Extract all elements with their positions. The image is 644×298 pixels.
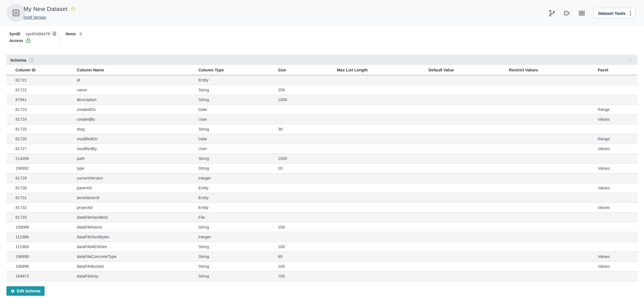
table-cell: User <box>195 144 275 153</box>
table-row: 81732projectIdEntityValues <box>6 202 638 212</box>
table-cell: modifiedOn <box>73 134 195 144</box>
table-cell <box>275 114 333 124</box>
table-cell <box>333 202 425 212</box>
page-title: My New Dataset <box>24 6 68 12</box>
table-cell: 700 <box>275 271 333 281</box>
table-cell <box>275 202 333 212</box>
column-header: Column Name <box>73 65 195 75</box>
table-cell <box>425 271 506 281</box>
table-row: 81731benefactorIdEntity <box>6 193 638 202</box>
table-cell: 81726 <box>6 134 73 144</box>
edit-schema-button[interactable]: Edit Schema <box>6 286 45 296</box>
top-bar: My New Dataset Draft Version <box>0 0 644 26</box>
table-cell <box>594 75 638 85</box>
table-cell: 36 <box>275 124 333 134</box>
table-cell: path <box>73 153 195 163</box>
table-cell <box>425 75 506 85</box>
table-cell: File <box>195 212 275 222</box>
table-cell <box>333 193 425 202</box>
table-cell <box>275 104 333 114</box>
table-cell: currentVersion <box>73 173 195 183</box>
version-history-icon[interactable] <box>548 10 556 17</box>
table-cell <box>506 163 594 173</box>
table-cell: 81731 <box>6 193 73 202</box>
table-cell: dataFileSizeBytes <box>73 232 195 242</box>
table-cell <box>506 232 594 242</box>
table-cell <box>425 183 506 193</box>
synid-label: SynID <box>9 32 20 36</box>
tag-icon[interactable] <box>563 10 571 17</box>
table-cell <box>425 193 506 202</box>
table-cell: dataFileMD5Hex <box>73 242 195 252</box>
meta-strip: SynID syn65484476 Access Items 0 <box>0 26 644 55</box>
table-cell: dataFileHandleId <box>73 212 195 222</box>
table-cell <box>333 212 425 222</box>
table-cell <box>333 271 425 281</box>
table-row: 87941descriptionString1000 <box>6 95 638 104</box>
table-cell: 112369 <box>6 242 73 252</box>
table-cell: 81723 <box>6 104 73 114</box>
table-cell: String <box>195 124 275 134</box>
table-cell: 81721 <box>6 75 73 85</box>
table-cell: Values <box>594 202 638 212</box>
star-icon[interactable] <box>70 6 76 12</box>
help-icon[interactable]: ? <box>29 57 34 62</box>
table-row: 184972dataFileKeyString700 <box>6 271 638 281</box>
table-cell: Values <box>594 261 638 271</box>
table-cell <box>275 183 333 193</box>
table-cell: 81730 <box>6 183 73 193</box>
copy-icon[interactable] <box>52 31 57 36</box>
columns-icon[interactable] <box>578 10 585 17</box>
table-cell: etag <box>73 124 195 134</box>
table-cell: dataFileName <box>73 222 195 232</box>
schema-header-bar: Schema ? <box>6 55 638 65</box>
table-row: 81721idEntity <box>6 75 638 85</box>
unlocked-padlock-icon[interactable] <box>26 38 31 43</box>
table-cell <box>425 261 506 271</box>
table-cell <box>594 85 638 95</box>
table-cell <box>594 232 638 242</box>
dataset-tools-button[interactable]: Dataset Tools <box>593 8 636 18</box>
table-cell <box>506 85 594 95</box>
gear-icon <box>11 289 15 293</box>
table-cell <box>594 193 638 202</box>
table-cell <box>594 242 638 252</box>
table-cell <box>425 252 506 261</box>
table-cell <box>333 95 425 104</box>
table-cell: 87941 <box>6 95 73 104</box>
table-cell <box>506 252 594 261</box>
table-cell: String <box>195 163 275 173</box>
column-header: Size <box>275 65 333 75</box>
table-cell: projectId <box>73 202 195 212</box>
column-header: Default Value <box>425 65 506 75</box>
table-cell: 81727 <box>6 144 73 153</box>
draft-version-link[interactable]: Draft Version <box>24 15 46 20</box>
table-row: 81727modifiedByUserValues <box>6 144 638 153</box>
table-row: 81725etagString36 <box>6 124 638 134</box>
table-cell: String <box>195 252 275 261</box>
table-cell <box>506 134 594 144</box>
table-cell: 81722 <box>6 85 73 95</box>
table-cell: Values <box>594 163 638 173</box>
table-row: 196996dataFileBucketString100Values <box>6 261 638 271</box>
table-cell <box>506 124 594 134</box>
schema-title: Schema <box>10 58 26 62</box>
table-row: 81722nameString256 <box>6 85 638 95</box>
table-cell <box>506 114 594 124</box>
table-cell: 112368 <box>6 232 73 242</box>
table-cell: Date <box>195 104 275 114</box>
close-icon[interactable] <box>627 57 633 63</box>
table-cell <box>275 134 333 144</box>
table-cell: type <box>73 163 195 173</box>
column-header: Facet <box>594 65 638 75</box>
table-cell <box>506 261 594 271</box>
table-cell: Values <box>594 183 638 193</box>
table-cell: String <box>195 95 275 104</box>
table-cell: benefactorId <box>73 193 195 202</box>
table-row: 214396pathString1000 <box>6 153 638 163</box>
dataset-tools-label: Dataset Tools <box>598 11 626 16</box>
table-cell: String <box>195 242 275 252</box>
table-cell <box>425 124 506 134</box>
kebab-menu-icon <box>630 11 631 16</box>
access-label: Access <box>9 38 23 43</box>
